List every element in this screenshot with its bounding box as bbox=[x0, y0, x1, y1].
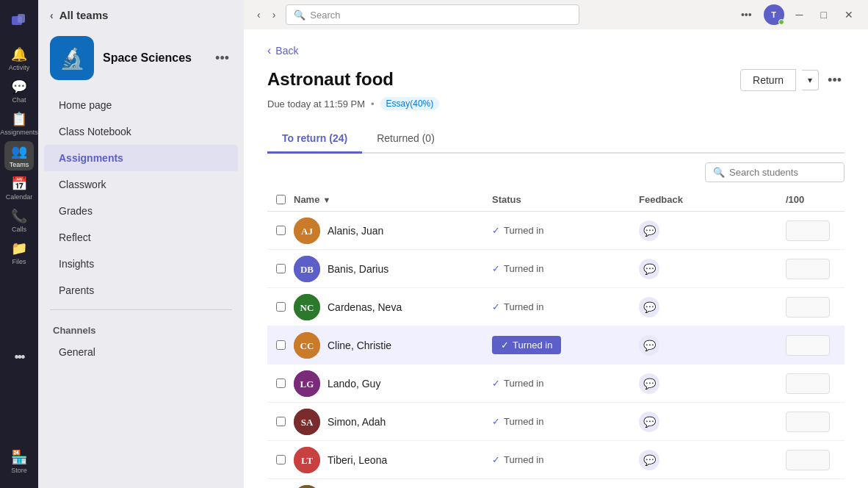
assignments-nav-icon[interactable]: 📋 Assignments bbox=[4, 109, 34, 138]
svg-text:CC: CC bbox=[300, 340, 314, 351]
score-cell-7[interactable] bbox=[786, 450, 845, 470]
row-checkbox-7[interactable] bbox=[276, 455, 286, 464]
feedback-column-header: Feedback bbox=[639, 194, 786, 205]
teams-logo-icon[interactable] bbox=[4, 6, 34, 35]
feedback-cell-2[interactable]: 💬 bbox=[639, 259, 786, 279]
row-checkbox-2[interactable] bbox=[276, 264, 286, 273]
sidebar-item-classwork[interactable]: Classwork bbox=[44, 171, 238, 198]
select-all-checkbox[interactable] bbox=[276, 195, 286, 204]
sidebar-item-home[interactable]: Home page bbox=[44, 92, 238, 118]
score-input-5[interactable] bbox=[786, 373, 830, 394]
row-checkbox-5[interactable] bbox=[276, 378, 286, 388]
score-cell-4[interactable] bbox=[786, 335, 845, 356]
score-cell-1[interactable] bbox=[786, 220, 845, 241]
team-options-button[interactable]: ••• bbox=[212, 48, 232, 69]
calls-nav-icon[interactable]: 📞 Calls bbox=[4, 206, 34, 235]
tab-to-return[interactable]: To return (24) bbox=[267, 125, 362, 154]
activity-nav-icon[interactable]: 🔔 Activity bbox=[4, 44, 34, 73]
chat-nav-icon[interactable]: 💬 Chat bbox=[4, 76, 34, 106]
table-row: AJ Alanis, Juan ✓ Turned in 💬 bbox=[267, 212, 845, 250]
feedback-cell-3[interactable]: 💬 bbox=[639, 297, 786, 317]
sidebar-item-general[interactable]: General bbox=[44, 339, 238, 365]
sidebar-item-grades[interactable]: Grades bbox=[44, 198, 238, 224]
feedback-icon-7[interactable]: 💬 bbox=[639, 450, 659, 470]
minimize-button[interactable]: ─ bbox=[790, 6, 809, 24]
student-cell-8: TW Webb, Theresa bbox=[294, 485, 492, 489]
more-apps-icon[interactable]: ••• bbox=[4, 342, 34, 372]
score-input-2[interactable] bbox=[786, 259, 830, 279]
user-avatar[interactable]: T bbox=[764, 4, 784, 25]
student-avatar-4: CC bbox=[294, 332, 320, 359]
student-cell-4: CC Cline, Christie bbox=[294, 332, 492, 359]
table-row: CC Cline, Christie ✓ Turned in 💬 bbox=[267, 326, 845, 365]
row-checkbox-4[interactable] bbox=[276, 340, 286, 350]
table-row: LT Tiberi, Leona ✓ Turned in 💬 bbox=[267, 441, 845, 479]
feedback-icon-6[interactable]: 💬 bbox=[639, 412, 659, 432]
sidebar-item-parents[interactable]: Parents bbox=[44, 277, 238, 304]
maximize-button[interactable]: □ bbox=[815, 6, 833, 24]
score-input-3[interactable] bbox=[786, 297, 830, 317]
row-checkbox-6[interactable] bbox=[276, 417, 286, 426]
check-icon-3: ✓ bbox=[492, 301, 500, 312]
all-teams-back-button[interactable]: ‹ All teams bbox=[38, 0, 244, 30]
sidebar-item-insights[interactable]: Insights bbox=[44, 251, 238, 277]
select-all-checkbox-cell[interactable] bbox=[267, 195, 294, 204]
team-name-row: Space Sciences ••• bbox=[103, 48, 232, 69]
files-nav-icon[interactable]: 📁 Files bbox=[4, 238, 34, 268]
feedback-cell-4[interactable]: 💬 bbox=[639, 335, 786, 356]
table-header-row: Name ▼ Status Feedback /100 bbox=[267, 188, 845, 212]
store-icon[interactable]: 🏪 Store bbox=[4, 447, 34, 476]
score-cell-6[interactable] bbox=[786, 412, 845, 432]
search-students-box[interactable]: 🔍 bbox=[705, 162, 845, 182]
score-input-4[interactable] bbox=[786, 335, 830, 356]
student-cell-7: LT Tiberi, Leona bbox=[294, 447, 492, 473]
name-column-header[interactable]: Name ▼ bbox=[294, 194, 492, 205]
return-button[interactable]: Return bbox=[740, 69, 796, 91]
close-button[interactable]: ✕ bbox=[839, 6, 859, 24]
tabs-container: To return (24) Returned (0) bbox=[267, 125, 845, 154]
status-cell-4: ✓ Turned in bbox=[492, 336, 639, 354]
sidebar-item-classnotebook[interactable]: Class Notebook bbox=[44, 118, 238, 145]
svg-text:LT: LT bbox=[301, 455, 313, 466]
teams-nav-icon[interactable]: 👥 Teams bbox=[4, 141, 34, 171]
student-avatar-8: TW bbox=[294, 485, 320, 489]
feedback-icon-1[interactable]: 💬 bbox=[639, 220, 659, 241]
assignment-page: ‹ Back Astronaut food Return ▾ ••• Due t… bbox=[244, 29, 868, 488]
sidebar-item-reflect[interactable]: Reflect bbox=[44, 224, 238, 251]
tab-returned[interactable]: Returned (0) bbox=[362, 125, 449, 154]
score-cell-2[interactable] bbox=[786, 259, 845, 279]
search-placeholder: Search bbox=[310, 10, 340, 21]
feedback-cell-6[interactable]: 💬 bbox=[639, 412, 786, 432]
score-cell-3[interactable] bbox=[786, 297, 845, 317]
feedback-icon-4[interactable]: 💬 bbox=[639, 335, 659, 356]
row-checkbox-3[interactable] bbox=[276, 302, 286, 312]
team-banner: 🔬 Space Sciences ••• bbox=[38, 30, 244, 92]
feedback-cell-1[interactable]: 💬 bbox=[639, 220, 786, 241]
score-input-1[interactable] bbox=[786, 220, 830, 241]
sidebar-item-assignments[interactable]: Assignments bbox=[44, 145, 238, 171]
score-cell-5[interactable] bbox=[786, 373, 845, 394]
global-search-box[interactable]: 🔍 Search bbox=[286, 4, 579, 25]
status-column-header: Status bbox=[492, 194, 639, 205]
search-icon: 🔍 bbox=[294, 10, 305, 21]
score-input-6[interactable] bbox=[786, 412, 830, 432]
return-dropdown-button[interactable]: ▾ bbox=[802, 70, 819, 90]
student-cell-2: DB Banis, Darius bbox=[294, 256, 492, 282]
row-checkbox-1[interactable] bbox=[276, 226, 286, 235]
feedback-icon-5[interactable]: 💬 bbox=[639, 373, 659, 394]
nav-back-button[interactable]: ‹ bbox=[253, 6, 265, 24]
more-options-button[interactable]: ••• bbox=[735, 6, 758, 24]
feedback-icon-2[interactable]: 💬 bbox=[639, 259, 659, 279]
feedback-cell-5[interactable]: 💬 bbox=[639, 373, 786, 394]
feedback-icon-3[interactable]: 💬 bbox=[639, 297, 659, 317]
back-link[interactable]: ‹ Back bbox=[267, 44, 845, 57]
calendar-nav-icon[interactable]: 📅 Calendar bbox=[4, 173, 34, 203]
assignment-more-button[interactable]: ••• bbox=[825, 70, 845, 91]
all-teams-label: All teams bbox=[59, 9, 109, 21]
score-input-7[interactable] bbox=[786, 450, 830, 470]
table-row: DB Banis, Darius ✓ Turned in 💬 bbox=[267, 250, 845, 288]
nav-forward-button[interactable]: › bbox=[268, 6, 281, 24]
search-students-input[interactable] bbox=[729, 167, 836, 178]
student-avatar-6: SA bbox=[294, 409, 320, 435]
feedback-cell-7[interactable]: 💬 bbox=[639, 450, 786, 470]
